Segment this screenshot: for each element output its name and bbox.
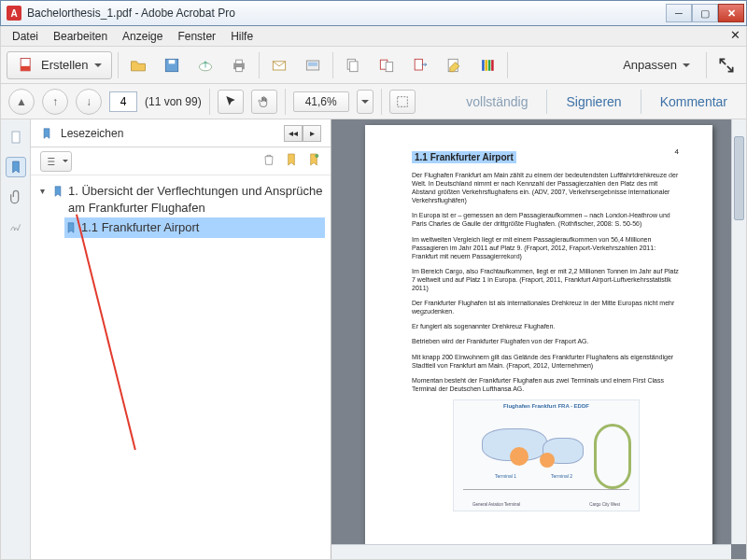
print-button[interactable] [225,51,253,79]
open-button[interactable] [124,51,152,79]
cursor-arrow-icon [223,94,238,109]
signature-icon [8,219,23,234]
main-toolbar: Erstellen Anpassen [0,47,747,84]
envelope-icon [270,56,289,75]
page-paragraph: Im Bereich Cargo, also Frachtaufkommen, … [412,267,681,292]
page-paragraph: Momentan besteht der Frankfurter Flughaf… [412,376,681,393]
expand-icon [717,56,736,75]
signatures-tab[interactable] [6,217,26,237]
bookmarks-panel: Lesezeichen ◂◂ ▸ ▾ 1. Übersicht der Verf… [31,119,331,559]
tools-panel-tab[interactable]: vollständig [455,89,539,115]
svg-rect-20 [491,60,494,71]
sign-panel-tab[interactable]: Signieren [555,89,632,115]
maximize-button[interactable]: ▢ [692,4,718,22]
menu-bearbeiten[interactable]: Bearbeiten [46,28,115,45]
vertical-scrollbar[interactable] [731,119,746,544]
bookmark-node-root[interactable]: ▾ 1. Übersicht der Verflechtungen und An… [36,181,325,217]
create-label: Erstellen [41,58,89,72]
bookmark-ribbon-icon [40,127,53,140]
first-page-button[interactable]: ▲ [8,89,35,115]
paperclip-icon [8,189,23,204]
page-number-input[interactable] [109,91,137,112]
zoom-level-value: 41,6% [305,95,337,108]
list-options-icon [45,155,60,168]
chevron-down-icon [683,63,690,67]
menu-fenster[interactable]: Fenster [170,28,223,45]
zoom-level-select[interactable]: 41,6% [293,91,349,112]
navigation-rail [1,119,31,559]
document-view[interactable]: 4 1.1 Frankfurter Airport Der Flughafen … [331,119,746,559]
hand-tool-button[interactable] [251,90,277,114]
edit-text-icon [444,56,463,75]
comment-panel-tab[interactable]: Kommentar [649,89,739,115]
select-tool-button[interactable] [218,90,244,114]
marquee-zoom-button[interactable] [389,90,416,114]
svg-rect-19 [487,60,490,71]
scan-button[interactable] [299,51,327,79]
bookmark-ribbon-icon [8,160,23,175]
color-tool-button[interactable] [473,51,501,79]
prev-page-button[interactable]: ↑ [42,89,68,115]
bookmark-node-child[interactable]: 1.1 Frankfurter Airport [64,217,325,238]
page-paragraph: Der Flughafen Frankfurt am Main zählt zu… [412,171,681,204]
bookmark-prev-button[interactable]: ◂◂ [284,125,303,142]
svg-point-23 [315,154,318,158]
menu-datei[interactable]: Datei [5,28,46,45]
bookmarks-tab[interactable] [6,157,26,177]
next-page-button[interactable]: ↓ [76,89,102,115]
chevron-down-icon [94,63,102,67]
export-button[interactable] [406,51,434,79]
create-button[interactable]: Erstellen [7,51,112,79]
minimize-button[interactable]: ─ [666,4,692,22]
email-button[interactable] [265,51,293,79]
bookmark-options-button[interactable] [40,151,72,172]
acrobat-app-icon: A [7,6,21,21]
bookmarks-title: Lesezeichen [61,127,276,140]
scanner-icon [303,56,322,75]
figure-ccw-label: Cargo City West [589,502,620,507]
play-icon: ▸ [310,128,315,138]
edit-tool-button[interactable] [440,51,468,79]
cloud-upload-icon [196,56,215,75]
document-close-icon[interactable]: ✕ [730,28,740,42]
svg-rect-21 [397,96,407,106]
page-paragraph: Er fungiert als sogenannter Drehkreuz Fl… [412,322,681,330]
delete-bookmark-button[interactable] [261,152,276,170]
combine-button[interactable] [373,51,401,79]
svg-rect-17 [482,60,485,71]
fullscreen-button[interactable] [712,51,740,79]
cloud-button[interactable] [191,51,219,79]
page-paragraph: Mit knapp 200 Einwohnern gilt das Geländ… [412,353,681,370]
svg-rect-3 [168,60,175,63]
pdf-page: 4 1.1 Frankfurter Airport Der Flughafen … [365,125,712,559]
annotation-red-line [76,215,136,451]
new-bookmark-button[interactable] [284,152,299,170]
scrollbar-thumb[interactable] [734,136,744,220]
rewind-icon: ◂◂ [289,128,298,138]
new-bookmark-from-struct-button[interactable] [306,152,321,170]
bookmark-root-label: 1. Übersicht der Verflechtungen und Ansp… [68,183,325,216]
page-thumb-icon [8,130,23,145]
trash-icon [261,152,276,167]
customize-button[interactable]: Anpassen [613,51,700,79]
figure-gat-label: General Aviation Terminal [472,502,520,507]
create-pdf-icon [17,56,35,75]
menu-anzeige[interactable]: Anzeige [115,28,170,45]
bookmark-next-button[interactable]: ▸ [303,125,321,142]
save-button[interactable] [158,51,186,79]
horizontal-scrollbar[interactable] [331,544,731,559]
arrow-up-icon: ↑ [52,95,58,108]
svg-rect-15 [415,59,422,70]
bookmark-ribbon-icon [51,185,64,198]
collapse-icon[interactable]: ▾ [36,186,48,196]
menu-bar: Datei Bearbeiten Anzeige Fenster Hilfe ✕ [0,26,747,47]
figure-terminal1-label: Terminal 1 [495,473,516,479]
menu-hilfe[interactable]: Hilfe [223,28,261,45]
combine-files-icon [377,56,396,75]
thumbnails-tab[interactable] [6,127,26,147]
zoom-dropdown-button[interactable] [357,90,374,114]
attachments-tab[interactable] [6,187,26,207]
close-window-button[interactable]: ✕ [718,4,744,22]
svg-rect-12 [349,61,357,71]
pages-tool-button[interactable] [339,51,367,79]
